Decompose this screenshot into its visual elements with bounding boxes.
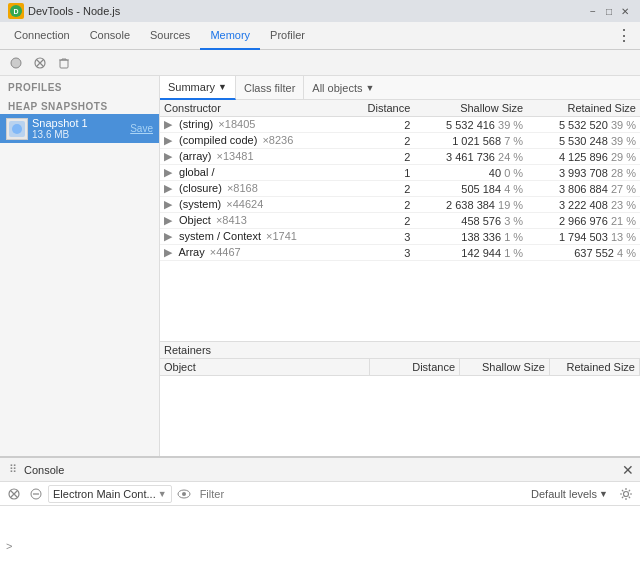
- ret-col-object: Object: [160, 359, 370, 375]
- levels-button[interactable]: Default levels ▼: [525, 486, 614, 502]
- cell-shallow: 5 532 416 39 %: [414, 117, 527, 133]
- row-toggle[interactable]: ▶: [164, 230, 174, 243]
- row-toggle[interactable]: ▶: [164, 118, 174, 131]
- title-bar: D DevTools - Node.js − □ ✕: [0, 0, 640, 22]
- ret-col-shallow: Shallow Size: [460, 359, 550, 375]
- cell-constructor: ▶ (compiled code) ×8236: [160, 133, 347, 149]
- col-retained[interactable]: Retained Size: [527, 100, 640, 117]
- table-row[interactable]: ▶ (compiled code) ×8236 2 1 021 568 7 % …: [160, 133, 640, 149]
- clear-button[interactable]: [30, 53, 50, 73]
- console-header: ⠿ Console ✕: [0, 458, 640, 482]
- ret-col-retained: Retained Size: [550, 359, 640, 375]
- console-filter-toggle[interactable]: [26, 484, 46, 504]
- snapshot-item[interactable]: Snapshot 1 13.6 MB Save: [0, 114, 159, 143]
- table-row[interactable]: ▶ (array) ×13481 2 3 461 736 24 % 4 125 …: [160, 149, 640, 165]
- console-title: Console: [24, 464, 622, 476]
- console-input[interactable]: [16, 540, 634, 552]
- cell-retained: 5 532 520 39 %: [527, 117, 640, 133]
- save-link[interactable]: Save: [130, 123, 153, 134]
- main-layout: PROFILES HEAP SNAPSHOTS Snapshot 1 13.6 …: [0, 76, 640, 456]
- cell-shallow: 3 461 736 24 %: [414, 149, 527, 165]
- cell-constructor: ▶ global /: [160, 165, 347, 181]
- retainers-section: Retainers Object Distance Shallow Size R…: [160, 341, 640, 456]
- console-eye-button[interactable]: [174, 484, 194, 504]
- row-toggle[interactable]: ▶: [164, 246, 174, 259]
- snapshot-info: Snapshot 1 13.6 MB: [32, 117, 130, 140]
- heap-label: HEAP SNAPSHOTS: [0, 95, 159, 114]
- cell-constructor: ▶ system / Context ×1741: [160, 229, 347, 245]
- console-clear-button[interactable]: [4, 484, 24, 504]
- table-row[interactable]: ▶ Array ×4467 3 142 944 1 % 637 552 4 %: [160, 245, 640, 261]
- source-selector[interactable]: Electron Main Cont... ▼: [48, 485, 172, 503]
- console-drag-handle[interactable]: ⠿: [6, 463, 20, 477]
- tab-sources[interactable]: Sources: [140, 22, 200, 50]
- col-shallow[interactable]: Shallow Size: [414, 100, 527, 117]
- tab-profiler[interactable]: Profiler: [260, 22, 315, 50]
- source-label: Electron Main Cont...: [53, 488, 156, 500]
- table-row[interactable]: ▶ (string) ×18405 2 5 532 416 39 % 5 532…: [160, 117, 640, 133]
- cell-distance: 3: [347, 245, 414, 261]
- record-button[interactable]: [6, 53, 26, 73]
- all-objects-button[interactable]: All objects ▼: [304, 76, 382, 100]
- sub-toolbar: Summary ▼ Class filter All objects ▼: [160, 76, 640, 100]
- tab-memory[interactable]: Memory: [200, 22, 260, 50]
- table-row[interactable]: ▶ Object ×8413 2 458 576 3 % 2 966 976 2…: [160, 213, 640, 229]
- row-toggle[interactable]: ▶: [164, 182, 174, 195]
- tab-connection[interactable]: Connection: [4, 22, 80, 50]
- heap-table: Constructor Distance Shallow Size Retain…: [160, 100, 640, 261]
- col-distance[interactable]: Distance: [347, 100, 414, 117]
- more-menu[interactable]: ⋮: [612, 26, 636, 45]
- source-arrow: ▼: [158, 489, 167, 499]
- delete-button[interactable]: [54, 53, 74, 73]
- snapshot-name: Snapshot 1: [32, 117, 130, 129]
- retainers-table-header: Object Distance Shallow Size Retained Si…: [160, 359, 640, 376]
- profiles-label: PROFILES: [0, 76, 159, 95]
- cell-shallow: 2 638 384 19 %: [414, 197, 527, 213]
- row-toggle[interactable]: ▶: [164, 214, 174, 227]
- table-row[interactable]: ▶ system / Context ×1741 3 138 336 1 % 1…: [160, 229, 640, 245]
- table-row[interactable]: ▶ (closure) ×8168 2 505 184 4 % 3 806 88…: [160, 181, 640, 197]
- cell-distance: 2: [347, 133, 414, 149]
- col-constructor[interactable]: Constructor: [160, 100, 347, 117]
- maximize-button[interactable]: □: [602, 4, 616, 18]
- summary-arrow: ▼: [218, 82, 227, 92]
- table-row[interactable]: ▶ global / 1 40 0 % 3 993 708 28 %: [160, 165, 640, 181]
- content-area: Summary ▼ Class filter All objects ▼ Con…: [160, 76, 640, 456]
- cell-retained: 3 993 708 28 %: [527, 165, 640, 181]
- heap-table-container[interactable]: Constructor Distance Shallow Size Retain…: [160, 100, 640, 341]
- retainers-body: [160, 376, 640, 456]
- window-title: DevTools - Node.js: [28, 5, 586, 17]
- table-row[interactable]: ▶ (system) ×44624 2 2 638 384 19 % 3 222…: [160, 197, 640, 213]
- svg-point-2: [11, 58, 21, 68]
- console-settings-button[interactable]: [616, 484, 636, 504]
- summary-tab[interactable]: Summary ▼: [160, 76, 236, 100]
- cell-distance: 2: [347, 213, 414, 229]
- console-close-button[interactable]: ✕: [622, 462, 634, 478]
- row-toggle[interactable]: ▶: [164, 150, 174, 163]
- minimize-button[interactable]: −: [586, 4, 600, 18]
- cell-shallow: 40 0 %: [414, 165, 527, 181]
- cell-retained: 5 530 248 39 %: [527, 133, 640, 149]
- class-filter-button[interactable]: Class filter: [236, 76, 304, 100]
- svg-rect-4: [60, 60, 68, 68]
- cell-shallow: 505 184 4 %: [414, 181, 527, 197]
- cell-distance: 1: [347, 165, 414, 181]
- cell-shallow: 1 021 568 7 %: [414, 133, 527, 149]
- window-controls: − □ ✕: [586, 4, 632, 18]
- console-panel: ⠿ Console ✕ Electron Main Cont... ▼: [0, 456, 640, 586]
- app-icon: D: [8, 3, 24, 19]
- tab-console[interactable]: Console: [80, 22, 140, 50]
- row-toggle[interactable]: ▶: [164, 198, 174, 211]
- cell-distance: 2: [347, 117, 414, 133]
- svg-point-6: [12, 124, 22, 134]
- close-button[interactable]: ✕: [618, 4, 632, 18]
- console-toolbar: Electron Main Cont... ▼ Default levels ▼: [0, 482, 640, 506]
- cell-constructor: ▶ (array) ×13481: [160, 149, 347, 165]
- all-objects-arrow: ▼: [365, 83, 374, 93]
- cell-shallow: 458 576 3 %: [414, 213, 527, 229]
- cell-retained: 4 125 896 29 %: [527, 149, 640, 165]
- console-filter-input[interactable]: [196, 486, 523, 502]
- row-toggle[interactable]: ▶: [164, 134, 174, 147]
- cell-retained: 3 222 408 23 %: [527, 197, 640, 213]
- row-toggle[interactable]: ▶: [164, 166, 174, 179]
